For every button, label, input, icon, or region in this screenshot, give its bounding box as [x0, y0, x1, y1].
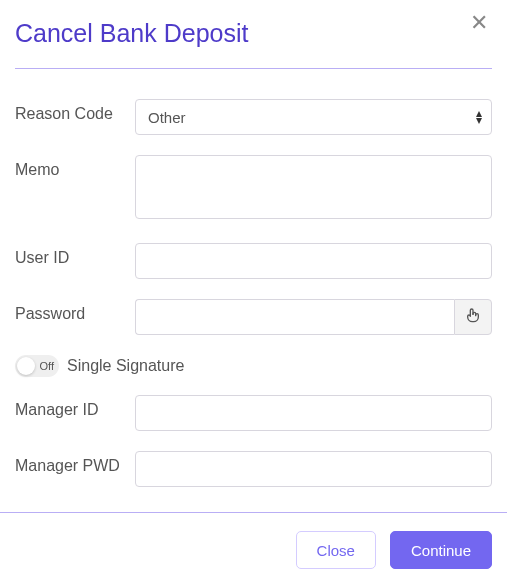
- single-signature-toggle[interactable]: Off: [15, 355, 59, 377]
- pointer-icon: [465, 307, 481, 327]
- reason-code-select[interactable]: Other: [135, 99, 492, 135]
- row-single-signature: Off Single Signature: [15, 355, 492, 377]
- row-memo: Memo: [15, 155, 492, 223]
- modal-title: Cancel Bank Deposit: [15, 18, 248, 48]
- label-user-id: User ID: [15, 243, 135, 267]
- label-manager-id: Manager ID: [15, 395, 135, 419]
- memo-textarea[interactable]: [135, 155, 492, 219]
- manager-id-input[interactable]: [135, 395, 492, 431]
- manager-pwd-input[interactable]: [135, 451, 492, 487]
- toggle-handle: [17, 357, 35, 375]
- password-reveal-button[interactable]: [454, 299, 492, 335]
- password-input[interactable]: [135, 299, 454, 335]
- label-manager-pwd: Manager PWD: [15, 451, 135, 475]
- row-manager-pwd: Manager PWD: [15, 451, 492, 487]
- label-memo: Memo: [15, 155, 135, 179]
- continue-button[interactable]: Continue: [390, 531, 492, 569]
- modal-header: Cancel Bank Deposit ✕: [15, 10, 492, 69]
- user-id-input[interactable]: [135, 243, 492, 279]
- close-icon[interactable]: ✕: [466, 10, 492, 36]
- label-single-signature: Single Signature: [67, 357, 184, 375]
- cancel-bank-deposit-modal: Cancel Bank Deposit ✕ Reason Code Other …: [0, 0, 507, 487]
- row-reason-code: Reason Code Other ▴▾: [15, 99, 492, 135]
- form-body: Reason Code Other ▴▾ Memo User ID: [15, 69, 492, 487]
- label-reason-code: Reason Code: [15, 99, 135, 123]
- row-password: Password: [15, 299, 492, 335]
- modal-footer: Close Continue: [0, 512, 507, 587]
- close-button[interactable]: Close: [296, 531, 376, 569]
- row-user-id: User ID: [15, 243, 492, 279]
- toggle-state-text: Off: [40, 360, 54, 372]
- row-manager-id: Manager ID: [15, 395, 492, 431]
- label-password: Password: [15, 299, 135, 323]
